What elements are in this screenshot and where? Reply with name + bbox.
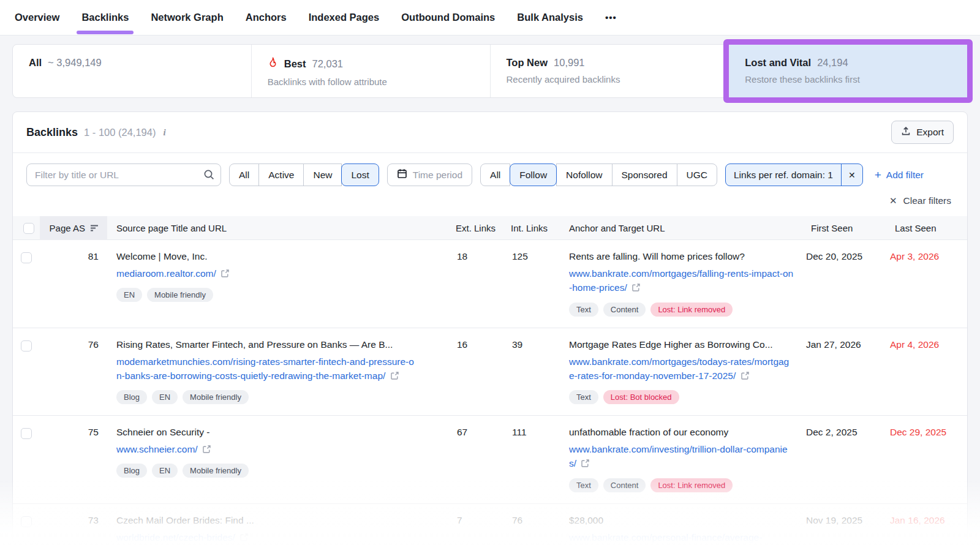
status-filter-all[interactable]: All bbox=[229, 164, 259, 186]
clear-filters-button[interactable]: ✕ Clear filters bbox=[13, 186, 967, 216]
chip-label[interactable]: Links per ref. domain: 1 bbox=[726, 164, 841, 186]
column-first-seen[interactable]: First Seen bbox=[806, 223, 890, 233]
follow-filter-ugc[interactable]: UGC bbox=[677, 164, 717, 186]
anchor-badge: Text bbox=[569, 303, 598, 317]
card-best[interactable]: Best 72,031 Backlinks with follow attrib… bbox=[252, 45, 491, 97]
target-url-link[interactable]: www.bankrate.com/mortgages/falling-rents… bbox=[569, 266, 794, 295]
ext-links-value: 16 bbox=[451, 339, 506, 350]
last-seen-value: Apr 4, 2026 bbox=[890, 339, 967, 350]
status-filter-group: All Active New Lost bbox=[229, 164, 379, 186]
table-row: 81 Welcome | Move, Inc. mediaroom.realto… bbox=[13, 240, 967, 328]
source-url-link[interactable]: worldbride.net/czech-brides/ bbox=[116, 530, 418, 544]
tab-outbound-domains[interactable]: Outbound Domains bbox=[401, 0, 495, 36]
card-best-value: 72,031 bbox=[312, 58, 343, 70]
chip-remove-icon[interactable]: ✕ bbox=[841, 164, 862, 186]
int-links-value: 111 bbox=[506, 427, 561, 438]
card-lost-and-vital[interactable]: Lost and Vital 24,194 Restore these back… bbox=[729, 45, 967, 97]
page-as-value: 81 bbox=[40, 251, 107, 262]
anchor-text: $28,000 bbox=[569, 515, 794, 526]
top-navigation: Overview Backlinks Network Graph Anchors… bbox=[0, 0, 980, 36]
page-as-value: 76 bbox=[40, 339, 107, 350]
target-url-link[interactable]: www.bankrate.com/mortgages/todays-rates/… bbox=[569, 355, 794, 383]
card-all-value: ~ 3,949,149 bbox=[48, 57, 102, 69]
export-icon bbox=[901, 126, 911, 138]
select-all-checkbox[interactable] bbox=[23, 223, 34, 234]
column-anchor[interactable]: Anchor and Target URL bbox=[561, 223, 806, 233]
source-badge: Blog bbox=[116, 390, 147, 404]
follow-filter-sponsored[interactable]: Sponsored bbox=[612, 164, 677, 186]
anchor-badge: Content bbox=[603, 303, 646, 317]
follow-filter-nofollow[interactable]: Nofollow bbox=[556, 164, 612, 186]
card-best-subtitle: Backlinks with follow attribute bbox=[268, 77, 474, 87]
links-per-domain-chip: Links per ref. domain: 1 ✕ bbox=[725, 164, 863, 186]
tab-bulk-analysis[interactable]: Bulk Analysis bbox=[517, 0, 583, 36]
add-filter-button[interactable]: + Add filter bbox=[875, 168, 924, 182]
source-badge: Mobile friendly bbox=[183, 464, 249, 478]
panel-header: Backlinks 1 - 100 (24,194) i Export bbox=[13, 112, 967, 152]
table-row: 76 Rising Rates, Smarter Fintech, and Pr… bbox=[13, 328, 967, 416]
source-title: Schneier on Security - bbox=[116, 427, 434, 438]
column-int-links[interactable]: Int. Links bbox=[506, 223, 561, 233]
ext-links-value: 18 bbox=[451, 251, 506, 262]
tab-indexed-pages[interactable]: Indexed Pages bbox=[309, 0, 380, 36]
export-button[interactable]: Export bbox=[891, 121, 954, 144]
anchor-badge: Text bbox=[569, 478, 598, 492]
target-url-link[interactable]: www.bankrate.com/investing/trillion-doll… bbox=[569, 442, 794, 471]
clear-filters-label: Clear filters bbox=[903, 195, 951, 206]
anchor-text: Rents are falling. Will home prices foll… bbox=[569, 251, 794, 262]
status-filter-lost[interactable]: Lost bbox=[341, 164, 379, 186]
column-source[interactable]: Source page Title and URL bbox=[107, 223, 451, 233]
source-badge: Blog bbox=[116, 464, 147, 478]
column-page-as[interactable]: Page AS bbox=[40, 216, 107, 240]
search-input[interactable] bbox=[26, 164, 221, 186]
source-url-link[interactable]: mediaroom.realtor.com/ bbox=[116, 266, 418, 280]
first-seen-value: Jan 27, 2026 bbox=[806, 339, 890, 350]
lost-status-badge: Lost: Link removed bbox=[650, 478, 733, 492]
external-link-icon bbox=[221, 269, 229, 277]
card-top-new[interactable]: Top New 10,991 Recently acquired backlin… bbox=[491, 45, 729, 97]
source-title: Rising Rates, Smarter Fintech, and Press… bbox=[116, 339, 434, 350]
status-filter-new[interactable]: New bbox=[303, 164, 342, 186]
more-tabs-icon[interactable]: ••• bbox=[605, 12, 617, 23]
plus-icon: + bbox=[875, 168, 881, 182]
follow-filter-all[interactable]: All bbox=[480, 164, 510, 186]
row-checkbox[interactable] bbox=[21, 516, 32, 527]
first-seen-value: Dec 20, 2025 bbox=[806, 251, 890, 262]
table-row: 73 Czech Mail Order Brides: Find ... wor… bbox=[13, 504, 967, 544]
tab-network-graph[interactable]: Network Graph bbox=[151, 0, 223, 36]
tab-backlinks[interactable]: Backlinks bbox=[81, 0, 129, 36]
row-checkbox[interactable] bbox=[21, 428, 32, 439]
tab-anchors[interactable]: Anchors bbox=[246, 0, 287, 36]
row-checkbox[interactable] bbox=[21, 252, 32, 263]
card-all[interactable]: All ~ 3,949,149 bbox=[13, 45, 252, 97]
anchor-text: unfathomable fraction of our economy bbox=[569, 427, 794, 438]
row-checkbox[interactable] bbox=[21, 340, 32, 351]
target-url-link[interactable]: www.bankrate.com/personal-finance/averag… bbox=[569, 530, 794, 544]
external-link-icon bbox=[391, 372, 399, 380]
table-header: Page AS Source page Title and URL Ext. L… bbox=[13, 216, 967, 240]
calendar-icon bbox=[397, 168, 407, 181]
follow-filter-group: All Follow Nofollow Sponsored UGC bbox=[480, 164, 717, 186]
anchor-badge: Content bbox=[603, 478, 646, 492]
anchor-badge: Text bbox=[569, 390, 598, 404]
column-last-seen[interactable]: Last Seen bbox=[890, 223, 967, 233]
card-best-title: Best bbox=[284, 58, 306, 70]
external-link-icon bbox=[741, 372, 749, 380]
search-icon[interactable] bbox=[203, 169, 214, 182]
source-badge: EN bbox=[152, 464, 178, 478]
card-top-new-title: Top New bbox=[507, 57, 548, 69]
info-icon[interactable]: i bbox=[163, 127, 165, 138]
source-badge: Mobile friendly bbox=[183, 390, 249, 404]
page-as-value: 73 bbox=[40, 515, 107, 526]
source-url-link[interactable]: www.schneier.com/ bbox=[116, 442, 418, 456]
first-seen-value: Nov 19, 2025 bbox=[806, 515, 890, 526]
tab-overview[interactable]: Overview bbox=[15, 0, 59, 36]
int-links-value: 76 bbox=[506, 515, 561, 526]
status-filter-active[interactable]: Active bbox=[258, 164, 304, 186]
source-url-link[interactable]: modemarketmunchies.com/rising-rates-smar… bbox=[116, 355, 418, 383]
column-ext-links[interactable]: Ext. Links bbox=[451, 223, 506, 233]
ext-links-value: 7 bbox=[451, 515, 506, 526]
time-period-button[interactable]: Time period bbox=[387, 164, 472, 186]
source-badge: EN bbox=[152, 390, 178, 404]
follow-filter-follow[interactable]: Follow bbox=[510, 164, 557, 186]
